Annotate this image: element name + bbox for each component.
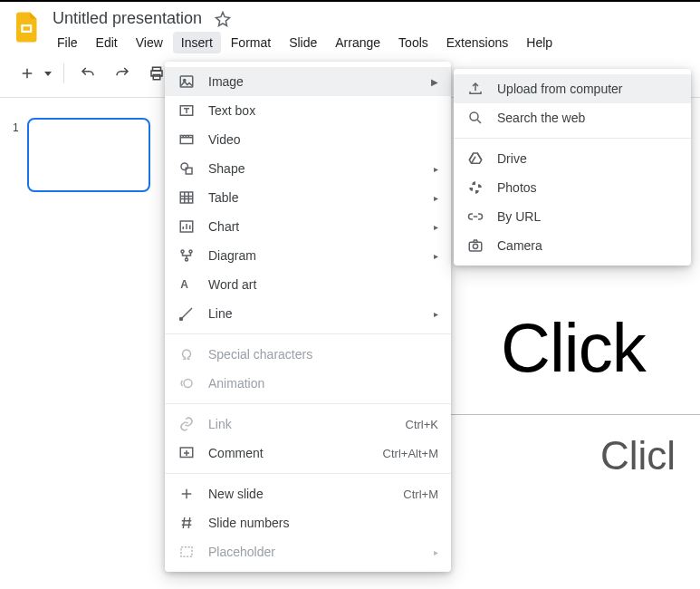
camera-icon	[466, 237, 484, 255]
image-from-camera[interactable]: Camera	[454, 231, 691, 260]
textbox-icon	[177, 101, 196, 120]
chevron-right-icon: ▸	[434, 547, 438, 557]
menu-file[interactable]: File	[49, 32, 86, 53]
insert-special-chars: Special characters	[165, 340, 451, 369]
chevron-right-icon: ▸	[434, 164, 438, 174]
menu-edit[interactable]: Edit	[88, 32, 126, 53]
newslide-label: New slide	[208, 487, 403, 501]
insert-shape-label: Shape	[208, 161, 434, 176]
placeholder-label: Placeholder	[208, 545, 434, 559]
image-by-url[interactable]: By URL	[454, 202, 691, 231]
menubar: File Edit View Insert Format Slide Arran…	[49, 32, 561, 53]
insert-wordart-label: Word art	[208, 277, 438, 292]
slide-title-text[interactable]: Click	[501, 308, 700, 387]
drive-label: Drive	[497, 151, 678, 166]
image-from-drive[interactable]: Drive	[454, 144, 691, 173]
svg-rect-20	[181, 547, 192, 557]
redo-button[interactable]	[108, 59, 137, 88]
image-from-photos[interactable]: Photos	[454, 173, 691, 202]
table-icon	[177, 188, 196, 207]
insert-textbox[interactable]: Text box	[165, 96, 451, 125]
searchweb-label: Search the web	[497, 111, 678, 125]
insert-slide-numbers[interactable]: Slide numbers	[165, 508, 451, 537]
menu-help[interactable]: Help	[518, 32, 561, 53]
chevron-right-icon: ▸	[434, 251, 438, 261]
svg-text:A: A	[180, 278, 188, 291]
camera-label: Camera	[497, 238, 678, 253]
svg-point-23	[473, 244, 477, 248]
slides-logo[interactable]	[11, 11, 43, 43]
menu-slide[interactable]: Slide	[281, 32, 325, 53]
comment-shortcut: Ctrl+Alt+M	[383, 447, 438, 460]
placeholder-icon	[177, 543, 196, 561]
insert-table-label: Table	[208, 190, 434, 205]
slide-subtitle-text[interactable]: Clicl	[600, 433, 700, 478]
slide-thumbnail-1[interactable]	[27, 118, 150, 192]
menu-insert[interactable]: Insert	[173, 32, 221, 53]
menu-arrange[interactable]: Arrange	[327, 32, 388, 53]
slide-number: 1	[13, 121, 19, 134]
plus-icon	[177, 485, 196, 503]
insert-video[interactable]: Video	[165, 125, 451, 154]
svg-rect-1	[24, 26, 31, 31]
insert-comment[interactable]: Comment Ctrl+Alt+M	[165, 439, 451, 468]
upload-from-computer[interactable]: Upload from computer	[454, 74, 691, 103]
byurl-label: By URL	[497, 209, 678, 224]
svg-point-14	[189, 250, 192, 253]
insert-shape[interactable]: Shape ▸	[165, 154, 451, 183]
chevron-right-icon: ▸	[434, 222, 438, 232]
undo-button[interactable]	[73, 59, 102, 88]
slidenumbers-label: Slide numbers	[208, 516, 438, 530]
star-icon[interactable]	[215, 11, 231, 27]
search-the-web[interactable]: Search the web	[454, 103, 691, 132]
svg-point-18	[184, 380, 192, 388]
comment-label: Comment	[208, 446, 383, 460]
insert-video-label: Video	[208, 132, 438, 147]
photos-icon	[466, 179, 484, 197]
svg-point-9	[181, 163, 188, 170]
new-slide-caret[interactable]	[42, 72, 54, 76]
comment-icon	[177, 444, 196, 462]
chart-icon	[177, 217, 196, 236]
svg-rect-11	[180, 192, 193, 203]
insert-new-slide[interactable]: New slide Ctrl+M	[165, 479, 451, 508]
image-submenu: Upload from computer Search the web Driv…	[454, 69, 691, 266]
insert-line[interactable]: Line ▸	[165, 299, 451, 328]
insert-wordart[interactable]: A Word art	[165, 270, 451, 299]
animation-icon	[177, 374, 196, 392]
chevron-right-icon: ▶	[431, 77, 438, 87]
insert-link: Link Ctrl+K	[165, 410, 451, 439]
special-chars-label: Special characters	[208, 347, 438, 362]
menu-tools[interactable]: Tools	[390, 32, 436, 53]
link-label: Link	[208, 417, 406, 431]
insert-line-label: Line	[208, 306, 434, 321]
new-slide-button[interactable]	[13, 59, 42, 88]
svg-point-21	[470, 112, 478, 121]
link-icon	[466, 208, 484, 226]
wordart-icon: A	[177, 275, 196, 294]
insert-table[interactable]: Table ▸	[165, 183, 451, 212]
menu-view[interactable]: View	[128, 32, 171, 53]
newslide-shortcut: Ctrl+M	[403, 488, 438, 501]
insert-menu: Image ▶ Text box Video Shape ▸ Table ▸ C…	[165, 62, 451, 572]
link-icon	[177, 415, 196, 433]
animation-label: Animation	[208, 376, 438, 391]
shape-icon	[177, 159, 196, 178]
link-shortcut: Ctrl+K	[406, 418, 438, 431]
hash-icon	[177, 514, 196, 532]
image-icon	[177, 72, 196, 91]
insert-placeholder: Placeholder ▸	[165, 537, 451, 566]
omega-icon	[177, 345, 196, 363]
svg-point-13	[181, 250, 184, 253]
svg-point-17	[180, 318, 183, 321]
chevron-right-icon: ▸	[434, 309, 438, 319]
doc-title[interactable]: Untitled presentation	[49, 7, 206, 30]
drive-icon	[466, 150, 484, 168]
insert-chart-label: Chart	[208, 219, 434, 234]
insert-diagram[interactable]: Diagram ▸	[165, 241, 451, 270]
insert-chart[interactable]: Chart ▸	[165, 212, 451, 241]
menu-extensions[interactable]: Extensions	[438, 32, 516, 53]
menu-format[interactable]: Format	[223, 32, 279, 53]
insert-diagram-label: Diagram	[208, 248, 434, 263]
insert-image[interactable]: Image ▶	[165, 67, 451, 96]
